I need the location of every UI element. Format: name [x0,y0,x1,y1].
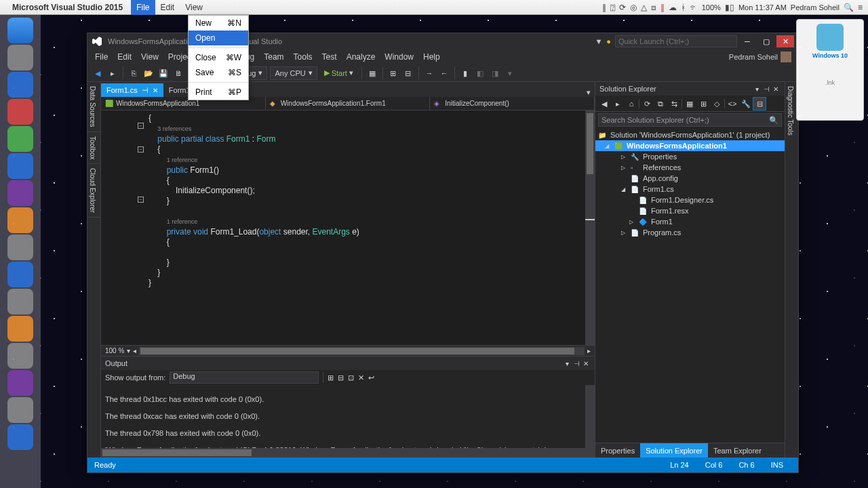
coherence-icon[interactable]: ‖ [660,3,665,12]
cloud-icon[interactable]: ☁ [669,3,677,12]
dock-app-icon[interactable] [7,45,33,70]
expand-icon[interactable]: ▷ [621,154,628,160]
sync-icon[interactable]: ⟳ [619,3,626,12]
scroll-right-icon[interactable]: ▸ [587,347,591,354]
parallels-icon[interactable]: ‖ [602,3,606,12]
dock-app-icon[interactable] [7,153,33,179]
scope-icon[interactable]: ⊟ [753,98,766,110]
dock-app-icon[interactable] [7,343,33,369]
solution-root[interactable]: 📁 Solution 'WindowsFormsApplication1' (1… [595,129,785,140]
open-file-button[interactable]: 📂 [142,67,155,79]
parallels-notification[interactable]: Windows 10 .lnk [796,19,864,121]
vs-menu-file[interactable]: File [90,49,113,64]
tab-properties[interactable]: Properties [595,443,640,458]
window-position-icon[interactable]: ▾ [562,360,572,367]
help-icon[interactable]: ⍰ [610,3,615,12]
output-hscroll[interactable] [101,448,595,458]
quick-launch-input[interactable] [615,35,737,47]
refresh-icon[interactable]: ⟳ [641,98,653,110]
save-all-button[interactable]: 🗎 [172,67,184,79]
close-button[interactable]: ✕ [776,35,794,47]
close-panel-icon[interactable]: ✕ [581,360,591,367]
nav-type[interactable]: ◆WindowsFormsApplication1.Form1 [266,97,431,110]
forward-icon[interactable]: ▸ [612,98,624,110]
target-icon[interactable]: ◎ [630,3,637,12]
vs-menu-test[interactable]: Test [317,49,342,64]
dropbox-icon[interactable]: ⧈ [651,3,656,12]
cloud-explorer-tab[interactable]: Cloud Explorer [87,164,100,218]
filter-icon[interactable]: ▼ [595,37,602,45]
toolbar-btn[interactable]: ◧ [474,67,486,79]
clock[interactable]: Mon 11:37 AM [738,3,787,12]
solution-search-input[interactable]: Search Solution Explorer (Ctrl+;) 🔍 [598,113,782,127]
mac-menu-edit[interactable]: Edit [155,0,180,15]
tree-node[interactable]: ▷🔧Properties [595,151,785,162]
dock-app-icon[interactable] [7,424,33,450]
scrollbar-thumb[interactable] [587,113,593,174]
dock-app-icon[interactable] [7,18,33,43]
wrench-icon[interactable]: 🔧 [740,98,752,110]
dock-app-icon[interactable] [7,235,33,260]
outdent-button[interactable]: ← [438,67,450,79]
output-source-combo[interactable]: Debug [170,371,319,384]
tree-node[interactable]: ◢📄Form1.cs [595,184,785,195]
show-all-icon[interactable]: ▦ [684,98,696,110]
wifi-icon[interactable]: ᯤ [690,3,698,12]
scroll-left-icon[interactable]: ◂ [133,347,136,354]
vs-menu-view[interactable]: View [136,49,163,64]
comment-button[interactable]: ⊞ [387,67,399,79]
tab-form1-cs[interactable]: Form1.cs ⊣ ✕ [101,83,163,97]
save-button[interactable]: 💾 [157,67,170,79]
pin-icon[interactable]: ⊣ [572,360,581,367]
dock-app-icon[interactable] [7,397,33,423]
tab-overflow-icon[interactable]: ▾ [583,88,595,97]
nav-member[interactable]: ◈InitializeComponent() [430,97,595,110]
toolbar-btn[interactable]: ◨ [489,67,501,79]
clear-all-button[interactable]: ✕ [358,373,364,382]
new-project-button[interactable]: ⎘ [127,67,140,79]
dock-app-icon[interactable] [7,72,33,98]
notification-icon[interactable]: ● [606,37,611,45]
minimize-button[interactable]: ─ [738,35,756,47]
tree-node[interactable]: 📄Form1.Designer.cs [595,195,785,205]
dock-app-icon[interactable] [7,126,33,152]
zoom-level[interactable]: 100 % [105,347,124,354]
indent-button[interactable]: → [423,67,435,79]
sync-icon[interactable]: ⇆ [668,98,680,110]
tree-node[interactable]: ▷🔷Form1 [595,216,785,227]
dock-app-icon[interactable] [7,207,33,233]
tab-solution-explorer[interactable]: Solution Explorer [640,443,708,458]
dock-app-icon[interactable] [7,316,33,342]
forward-button[interactable]: ▸ [106,67,119,79]
code-icon[interactable]: <> [726,98,738,110]
close-panel-icon[interactable]: ✕ [771,85,781,93]
fold-toggle[interactable]: − [138,123,144,129]
home-icon[interactable]: ⌂ [625,98,637,110]
uncomment-button[interactable]: ⊟ [402,67,414,79]
vs-menu-analyze[interactable]: Analyze [342,49,380,64]
dock-app-icon[interactable] [7,370,33,396]
vs-user-menu[interactable]: Pedram Soheil [729,52,795,62]
data-sources-tab[interactable]: Data Sources [87,82,100,132]
pin-icon[interactable]: ⊣ [142,86,149,95]
mac-menu-file[interactable]: File [131,0,155,15]
maximize-button[interactable]: ▢ [757,35,775,47]
word-wrap-button[interactable]: ↩ [368,373,374,382]
vs-menu-window[interactable]: Window [380,49,418,64]
preview-icon[interactable]: ◇ [711,98,723,110]
collapse-icon[interactable]: ⧉ [654,98,667,110]
expand-icon[interactable]: ◢ [605,143,612,149]
notifications-icon[interactable]: ≡ [858,3,863,12]
fold-toggle[interactable]: − [138,146,144,152]
file-menu-new[interactable]: New⌘N [189,16,248,30]
zoom-dropdown-icon[interactable]: ▾ [127,347,130,354]
vs-menu-edit[interactable]: Edit [113,49,136,64]
vertical-scrollbar[interactable] [585,110,595,345]
fold-toggle[interactable]: − [138,197,144,203]
toolbox-tab[interactable]: Toolbox [87,132,100,164]
file-menu-open[interactable]: Open [189,30,248,45]
close-tab-icon[interactable]: ✕ [153,87,158,94]
output-btn[interactable]: ⊟ [338,373,344,382]
toolbar-btn[interactable]: ▾ [504,67,516,79]
properties-icon[interactable]: ⊞ [697,98,709,110]
